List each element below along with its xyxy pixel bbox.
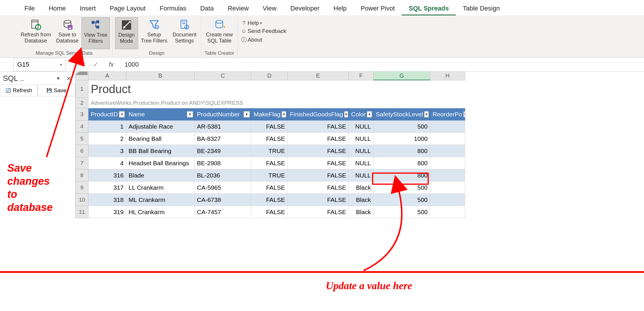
table-header[interactable]: Name▼ <box>126 108 195 120</box>
filter-dropdown-icon[interactable]: ▼ <box>424 111 429 118</box>
chevron-down-icon[interactable]: ▾ <box>60 62 62 67</box>
tab-review[interactable]: Review <box>221 2 256 15</box>
refresh-from-database-button[interactable]: Refresh fromDatabase <box>18 17 53 49</box>
sidebar-dropdown-icon[interactable]: ▼ <box>56 76 61 81</box>
table-cell[interactable] <box>430 169 465 182</box>
table-cell[interactable]: CA-5965 <box>195 182 251 194</box>
table-cell[interactable]: 500 <box>373 120 430 133</box>
table-cell[interactable]: TRUE <box>251 145 288 157</box>
filter-dropdown-icon[interactable]: ▼ <box>367 111 372 118</box>
setup-tree-filters-button[interactable]: SetupTree Filters <box>139 17 170 49</box>
tab-page-layout[interactable]: Page Layout <box>103 2 153 15</box>
table-cell[interactable]: ML Crankarm <box>126 194 195 206</box>
row-header[interactable]: 7 <box>76 157 88 169</box>
table-cell[interactable]: BA-8327 <box>195 133 251 145</box>
table-cell[interactable]: AR-5381 <box>195 120 251 133</box>
table-cell[interactable]: 319 <box>88 206 126 218</box>
document-settings-button[interactable]: DocumentSettings <box>170 17 199 49</box>
table-cell[interactable]: FALSE <box>288 133 349 145</box>
table-cell[interactable]: BB Ball Bearing <box>126 145 195 157</box>
table-cell[interactable]: 800 <box>373 157 430 169</box>
table-cell[interactable]: NULL <box>349 133 373 145</box>
filter-dropdown-icon[interactable]: ▼ <box>119 111 125 118</box>
table-header[interactable]: ProductID▼ <box>88 108 126 120</box>
table-cell[interactable]: FALSE <box>288 194 349 206</box>
column-header-H[interactable]: H <box>430 72 465 80</box>
tab-table-design[interactable]: Table Design <box>456 2 507 15</box>
column-header-F[interactable]: F <box>349 72 373 80</box>
table-cell[interactable]: 500 <box>373 206 430 218</box>
column-header-C[interactable]: C <box>195 72 251 80</box>
table-header[interactable]: ProductNumber▼ <box>195 108 251 120</box>
table-cell[interactable]: FALSE <box>251 120 288 133</box>
table-cell[interactable]: 800 <box>373 145 430 157</box>
table-cell[interactable]: Black <box>349 194 373 206</box>
tab-view[interactable]: View <box>256 2 283 15</box>
name-box[interactable]: G15 ▾ <box>13 58 66 71</box>
save-to-database-button[interactable]: Save toDatabase <box>54 17 81 49</box>
table-cell[interactable]: FALSE <box>251 194 288 206</box>
table-cell[interactable]: FALSE <box>288 145 349 157</box>
table-cell[interactable] <box>430 145 465 157</box>
table-cell[interactable]: FALSE <box>288 182 349 194</box>
table-cell[interactable]: 4 <box>88 157 126 169</box>
filter-dropdown-icon[interactable]: ▼ <box>344 111 348 118</box>
row-header[interactable]: 10 <box>76 194 88 206</box>
row-header[interactable]: 5 <box>76 133 88 145</box>
table-cell[interactable]: 318 <box>88 194 126 206</box>
design-mode-button[interactable]: DesignMode <box>115 17 138 49</box>
table-cell[interactable] <box>430 206 465 218</box>
formula-input[interactable]: 1000 <box>121 61 644 68</box>
table-cell[interactable]: FALSE <box>251 133 288 145</box>
row-header[interactable]: 6 <box>76 145 88 157</box>
filter-dropdown-icon[interactable]: ▼ <box>187 111 193 118</box>
table-header[interactable]: MakeFlag▼ <box>251 108 288 120</box>
column-header-A[interactable]: A <box>88 72 126 80</box>
table-cell[interactable] <box>430 133 465 145</box>
table-cell[interactable]: Headset Ball Bearings <box>126 157 195 169</box>
column-header-E[interactable]: E <box>288 72 349 80</box>
row-header[interactable]: 11 <box>76 206 88 218</box>
table-cell[interactable]: NULL <box>349 169 373 182</box>
table-cell[interactable]: NULL <box>349 120 373 133</box>
table-cell[interactable] <box>430 120 465 133</box>
table-cell[interactable]: Blade <box>126 169 195 182</box>
column-header-B[interactable]: B <box>126 72 195 80</box>
column-header-D[interactable]: D <box>251 72 288 80</box>
row-header[interactable]: 8 <box>76 169 88 182</box>
table-cell[interactable]: 800 <box>373 169 430 182</box>
table-cell[interactable]: TRUE <box>251 169 288 182</box>
filter-dropdown-icon[interactable]: ▼ <box>463 111 465 118</box>
table-cell[interactable]: CA-7457 <box>195 206 251 218</box>
table-cell[interactable]: FALSE <box>251 206 288 218</box>
table-cell[interactable]: 500 <box>373 194 430 206</box>
table-cell[interactable]: 316 <box>88 169 126 182</box>
table-cell[interactable]: 500 <box>373 182 430 194</box>
row-header[interactable]: 3 <box>76 108 88 120</box>
table-cell[interactable]: 1 <box>88 120 126 133</box>
filter-dropdown-icon[interactable]: ▼ <box>282 111 286 118</box>
help-button[interactable]: ?Help▾ <box>240 19 286 27</box>
view-tree-filters-button[interactable]: View TreeFilters <box>81 17 110 49</box>
table-cell[interactable]: FALSE <box>288 169 349 182</box>
table-cell[interactable]: NULL <box>349 145 373 157</box>
accept-formula-button[interactable]: ✓ <box>93 61 98 68</box>
table-cell[interactable]: FALSE <box>251 182 288 194</box>
table-cell[interactable]: Adjustable Race <box>126 120 195 133</box>
row-header[interactable]: 2 <box>76 98 88 108</box>
table-cell[interactable]: FALSE <box>288 157 349 169</box>
create-new-sql-table-button[interactable]: ✦ Create newSQL Table <box>204 17 235 49</box>
cancel-formula-button[interactable]: ✕ <box>81 61 86 68</box>
column-header-G[interactable]: G <box>373 72 430 80</box>
sidebar-refresh-button[interactable]: 🔄Refresh <box>0 85 38 96</box>
table-cell[interactable]: Bearing Ball <box>126 133 195 145</box>
row-header[interactable]: 1 <box>76 80 88 98</box>
tab-developer[interactable]: Developer <box>283 2 326 15</box>
table-cell[interactable]: BE-2908 <box>195 157 251 169</box>
table-cell[interactable]: 1000 <box>373 133 430 145</box>
table-cell[interactable] <box>430 182 465 194</box>
tab-help[interactable]: Help <box>327 2 354 15</box>
table-header[interactable]: FinishedGoodsFlag▼ <box>288 108 349 120</box>
select-all-corner[interactable] <box>76 72 88 80</box>
table-cell[interactable]: CA-6738 <box>195 194 251 206</box>
